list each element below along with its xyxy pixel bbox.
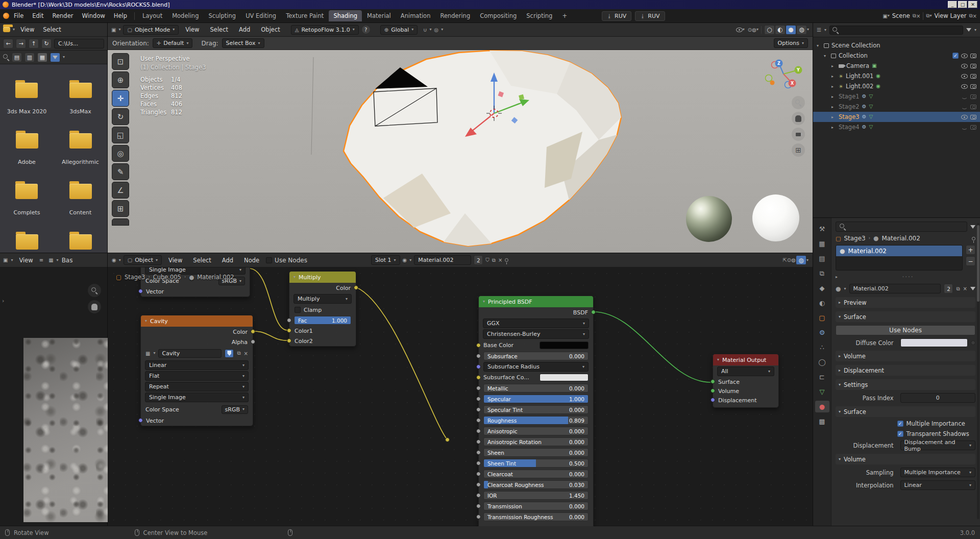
node-image-texture-partial[interactable]: Single Image▾ Color Space sRGB▾ Vector (140, 267, 250, 297)
specular-socket[interactable] (476, 397, 481, 401)
pass-index-field[interactable]: 0 (900, 393, 975, 403)
tab-layout[interactable]: Layout (138, 10, 167, 21)
camera-view-icon[interactable] (792, 128, 805, 141)
tool-cursor[interactable]: ⊕ (112, 71, 129, 88)
surface-socket[interactable] (710, 379, 715, 384)
users-count-button[interactable]: 2 (474, 255, 483, 265)
tree-row-collection[interactable]: ▾ Collection ✓ (813, 51, 980, 61)
shading-rendered-icon[interactable]: ◍ (796, 25, 807, 35)
tab-world[interactable]: ◐ (815, 297, 829, 309)
camera-render-icon[interactable] (970, 115, 976, 119)
clearcoat-socket[interactable] (476, 472, 481, 476)
eye-icon[interactable] (961, 54, 968, 58)
tree-row-light-001[interactable]: ▸☀ Light.001 ◉ (813, 71, 980, 81)
minimize-button[interactable]: _ (948, 1, 957, 8)
unlink-material-icon[interactable]: × (498, 257, 502, 263)
editor-type-icon[interactable]: ▣ (111, 27, 116, 33)
blender-menu-icon[interactable] (3, 13, 9, 19)
eye-icon[interactable] (961, 74, 968, 79)
camera-render-icon[interactable] (970, 64, 976, 68)
ruv-addon-button-1[interactable]: ⭳ RUV (602, 11, 631, 21)
pan-hand-icon[interactable] (792, 112, 805, 125)
eye-icon[interactable] (961, 64, 968, 68)
hamburger-icon[interactable]: ≡ (39, 257, 43, 263)
material-browse-icon[interactable]: ◉ (403, 257, 407, 263)
drag-dropdown[interactable]: Select Box▾ (222, 38, 264, 48)
ruv-addon-button-2[interactable]: ⭳ RUV (635, 11, 665, 21)
tab-material[interactable]: ● (815, 401, 829, 412)
base-color-socket[interactable] (476, 343, 481, 348)
specular-tint-socket[interactable] (476, 407, 481, 412)
fake-user-shield-icon[interactable] (225, 349, 234, 358)
zoom-icon[interactable] (792, 96, 805, 109)
specular-slider[interactable]: Specular1.000 (483, 395, 589, 403)
tree-row-stage3[interactable]: ▸Stage3 ⚙ ▽ (813, 112, 980, 122)
anisotropic-socket[interactable] (476, 429, 481, 433)
menu-render[interactable]: Render (48, 11, 78, 21)
metallic-slider[interactable]: Metallic0.000 (483, 384, 589, 393)
unlink-icon[interactable]: × (244, 351, 248, 356)
tab-animation[interactable]: Animation (396, 10, 435, 21)
shader-menu-view[interactable]: View (164, 255, 186, 265)
camera-render-icon[interactable] (970, 74, 976, 79)
clearcoat-slider[interactable]: Clearcoat0.000 (483, 470, 589, 478)
maximize-button[interactable]: □ (958, 1, 967, 8)
menu-edit[interactable]: Edit (28, 11, 47, 21)
collapse-icon[interactable]: ▾ (145, 319, 147, 323)
anisotropic-rotation-slider[interactable]: Anisotropic Rotation0.000 (483, 437, 589, 446)
tab-output[interactable]: ▤ (815, 253, 829, 264)
section-surface[interactable]: ▾Surface (836, 311, 975, 322)
chevron-down-icon[interactable]: ▾ (13, 28, 15, 32)
node-multiply-mix[interactable]: ▾ Multiply Color Multiply▾ Clamp Fac1.00… (289, 271, 356, 347)
fake-user-shield-icon[interactable]: ⛉ (485, 257, 489, 263)
tab-physics[interactable]: ◯ (815, 356, 829, 368)
shader-menu-node[interactable]: Node (240, 255, 263, 265)
vector-socket[interactable] (138, 418, 143, 423)
alpha-output-socket[interactable] (251, 339, 255, 344)
tab-rendering[interactable]: Rendering (435, 10, 475, 21)
modifier-wrench-icon[interactable]: ⚙ (862, 104, 867, 109)
filter-icon[interactable] (50, 53, 60, 62)
eye-icon[interactable] (961, 115, 968, 119)
help-button[interactable]: ? (361, 25, 371, 34)
sheen-tint-slider[interactable]: Sheen Tint0.500 (483, 459, 589, 468)
specular-tint-slider[interactable]: Specular Tint0.000 (483, 405, 589, 414)
anisotropic-slider[interactable]: Anisotropic0.000 (483, 427, 589, 435)
file-browser-menu-select[interactable]: Select (40, 25, 64, 34)
tab-render[interactable]: ▦ (815, 238, 829, 250)
eye-icon[interactable] (961, 84, 968, 89)
specials-funnel-icon[interactable] (970, 287, 975, 290)
tool-extra[interactable] (112, 218, 129, 226)
tab-texture-paint[interactable]: Texture Paint (281, 10, 328, 21)
tab-tool[interactable]: ⚒ (815, 223, 829, 235)
shader-menu-select[interactable]: Select (189, 255, 215, 265)
tool-rotate[interactable]: ↻ (112, 108, 129, 125)
transmission-roughness-slider[interactable]: Transmission Roughness0.000 (483, 512, 589, 521)
chevron-down-icon[interactable]: ▾ (806, 258, 808, 262)
viewport-menu-view[interactable]: View (181, 24, 203, 35)
fac-socket[interactable] (287, 318, 291, 323)
node-header[interactable]: ▾ Multiply (289, 272, 356, 283)
remove-view-layer-icon[interactable]: × (973, 13, 977, 19)
collection-checkbox[interactable]: ✓ (952, 53, 959, 59)
collapse-icon[interactable]: ▾ (483, 300, 485, 304)
tab-particles[interactable]: ∴ (815, 341, 829, 353)
menu-help[interactable]: Help (110, 11, 131, 21)
use-nodes-checkbox[interactable] (266, 257, 272, 263)
new-scene-icon[interactable]: ⧉ (913, 13, 916, 19)
light-data-icon[interactable]: ◉ (876, 84, 880, 89)
metallic-socket[interactable] (476, 386, 481, 390)
chevron-down-icon[interactable]: ▾ (409, 258, 411, 262)
clearcoat-roughness-slider[interactable]: Clearcoat Roughness0.030 (483, 480, 589, 489)
options-dropdown[interactable]: Options▾ (774, 38, 808, 48)
chevron-down-icon[interactable]: ▾ (807, 28, 809, 32)
properties-search-field[interactable] (836, 222, 967, 232)
node-principled-bsdf[interactable]: ▾ Principled BSDF BSDF GGX▾ Christensen-… (478, 296, 594, 526)
remove-slot-button[interactable]: − (966, 256, 975, 266)
roughness-socket[interactable] (476, 418, 481, 423)
bsdf-output-socket[interactable] (591, 310, 596, 314)
viewport-menu-add[interactable]: Add (235, 24, 254, 35)
section-volume[interactable]: ▸Volume (836, 351, 975, 361)
tree-row-stage4[interactable]: ▸Stage4 ⚙ ▽ (813, 122, 980, 132)
tree-row-camera[interactable]: ▸ Camera ▣ (813, 61, 980, 71)
